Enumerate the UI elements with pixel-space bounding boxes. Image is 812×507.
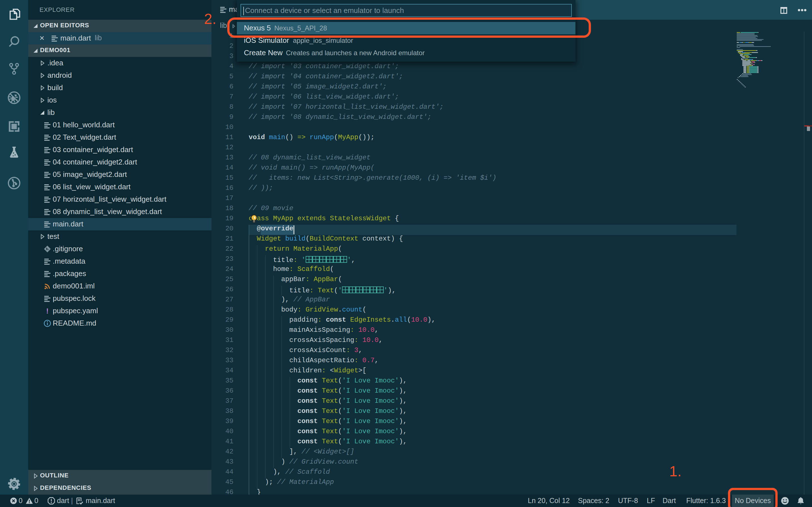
- svg-text:!: !: [46, 307, 49, 315]
